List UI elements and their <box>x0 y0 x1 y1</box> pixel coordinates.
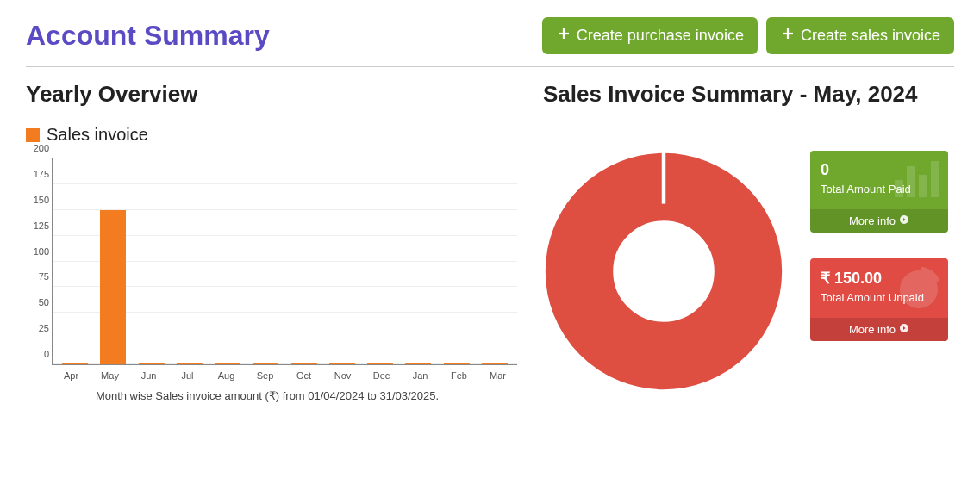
page-title: Account Summary <box>26 20 270 52</box>
x-tick-label: Oct <box>284 370 323 381</box>
y-tick-label: 125 <box>27 220 49 231</box>
y-tick-label: 50 <box>27 297 49 307</box>
bar-col <box>361 158 399 364</box>
bar <box>405 363 431 364</box>
bar <box>329 363 355 364</box>
svg-rect-5 <box>662 151 665 204</box>
bar-chart: 0255075100125150175200 <box>52 158 517 365</box>
arrow-right-circle-icon <box>899 214 909 227</box>
y-tick-label: 100 <box>27 246 49 257</box>
arrow-right-circle-icon <box>899 323 909 336</box>
create-purchase-label: Create purchase invoice <box>577 27 744 45</box>
create-sales-label: Create sales invoice <box>801 27 940 45</box>
bar <box>215 363 240 364</box>
bars <box>53 158 517 364</box>
total-unpaid-card: ₹ 150.00 Total Amount Unpaid More info <box>810 258 948 341</box>
total-paid-more-info-link[interactable]: More info <box>810 209 948 233</box>
y-tick-label: 175 <box>27 169 49 179</box>
x-tick-label: Mar <box>478 370 517 381</box>
bar-col <box>476 158 514 364</box>
bar-chart-caption: Month wise Sales invoice amount (₹) from… <box>26 389 509 402</box>
create-purchase-invoice-button[interactable]: Create purchase invoice <box>542 17 758 54</box>
bar <box>100 210 126 364</box>
plus-icon <box>556 26 571 46</box>
donut-chart <box>543 151 784 392</box>
bar-col <box>285 158 323 364</box>
total-unpaid-value: ₹ 150.00 <box>821 269 938 288</box>
x-tick-label: Apr <box>52 370 91 381</box>
y-tick-label: 25 <box>27 323 49 333</box>
bar-col <box>438 158 476 364</box>
bar <box>291 363 317 364</box>
bar-col <box>171 158 209 364</box>
x-tick-label: Aug <box>207 370 246 381</box>
bar <box>482 363 508 364</box>
total-unpaid-label: Total Amount Unpaid <box>821 291 938 306</box>
x-tick-label: Jun <box>129 370 168 381</box>
legend-swatch-icon <box>26 128 40 142</box>
total-unpaid-more-info-link[interactable]: More info <box>810 318 948 341</box>
sales-summary-body: 0 Total Amount Paid More info <box>543 125 954 392</box>
summary-cards: 0 Total Amount Paid More info <box>810 151 948 341</box>
svg-point-4 <box>579 187 748 356</box>
bar-col <box>56 158 94 364</box>
bar-col <box>94 158 132 364</box>
bar <box>62 363 88 364</box>
legend-label: Sales invoice <box>47 125 148 145</box>
x-tick-label: May <box>91 370 129 381</box>
bar <box>139 363 165 364</box>
plus-icon <box>780 26 796 46</box>
bar <box>253 363 278 364</box>
bar-col <box>323 158 361 364</box>
create-sales-invoice-button[interactable]: Create sales invoice <box>766 17 954 54</box>
x-tick-label: Sep <box>246 370 284 381</box>
x-tick-label: Feb <box>440 370 478 381</box>
y-tick-label: 0 <box>27 349 49 359</box>
y-tick-label: 75 <box>27 271 49 282</box>
header-actions: Create purchase invoice Create sales inv… <box>542 17 954 54</box>
header: Account Summary Create purchase invoice … <box>26 17 954 67</box>
y-tick-label: 200 <box>27 143 49 153</box>
bar-col <box>133 158 171 364</box>
bar-col <box>209 158 247 364</box>
x-tick-label: Dec <box>362 370 401 381</box>
bar <box>177 363 203 364</box>
yearly-overview-panel: Yearly Overview Sales invoice 0255075100… <box>26 81 509 402</box>
bar-x-labels: AprMayJunJulAugSepOctNovDecJanFebMar <box>52 370 517 381</box>
content: Yearly Overview Sales invoice 0255075100… <box>26 81 954 402</box>
total-paid-card: 0 Total Amount Paid More info <box>810 151 948 233</box>
bar-col <box>399 158 437 364</box>
x-tick-label: Jan <box>401 370 440 381</box>
x-tick-label: Jul <box>168 370 207 381</box>
yearly-overview-title: Yearly Overview <box>26 81 509 108</box>
bar <box>444 363 470 364</box>
total-paid-value: 0 <box>821 161 938 179</box>
y-tick-label: 150 <box>27 195 49 205</box>
x-tick-label: Nov <box>323 370 362 381</box>
total-paid-label: Total Amount Paid <box>821 183 938 197</box>
bar-col <box>247 158 284 364</box>
bar <box>367 363 393 364</box>
more-info-label: More info <box>849 323 896 336</box>
sales-summary-title: Sales Invoice Summary - May, 2024 <box>543 81 954 108</box>
sales-summary-panel: Sales Invoice Summary - May, 2024 0 Tota… <box>543 81 954 402</box>
bar-legend: Sales invoice <box>26 125 509 145</box>
more-info-label: More info <box>849 214 896 227</box>
